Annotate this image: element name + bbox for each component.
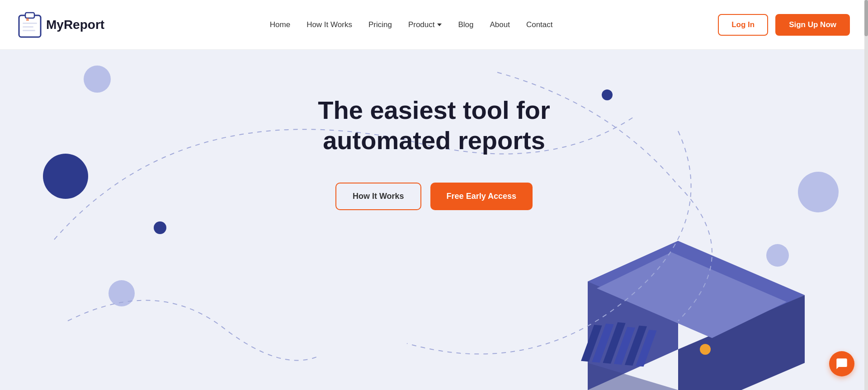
scrollbar-thumb[interactable]: [864, 0, 868, 36]
nav-link-home[interactable]: Home: [270, 20, 290, 29]
nav-item-home[interactable]: Home: [270, 20, 290, 29]
login-button[interactable]: Log In: [718, 14, 768, 36]
nav-item-product[interactable]: Product: [408, 20, 442, 29]
scrollbar-track[interactable]: [864, 0, 868, 390]
logo-link[interactable]: a MyReport: [18, 12, 104, 38]
svg-point-16: [700, 344, 711, 355]
svg-text:a: a: [26, 17, 29, 22]
hero-buttons: How It Works Free Early Access: [335, 183, 533, 210]
deco-circle-small-dark: [154, 221, 166, 234]
chat-bubble-button[interactable]: [829, 351, 854, 376]
hero-title: The easiest tool for automated reports: [264, 95, 604, 155]
hero-illustration: [552, 218, 823, 390]
svg-rect-2: [23, 23, 37, 24]
nav-link-how-it-works[interactable]: How It Works: [307, 20, 352, 29]
nav-link-contact[interactable]: Contact: [526, 20, 553, 29]
nav-item-contact[interactable]: Contact: [526, 20, 553, 29]
nav-item-how-it-works[interactable]: How It Works: [307, 20, 352, 29]
nav-link-blog[interactable]: Blog: [458, 20, 473, 29]
nav-item-pricing[interactable]: Pricing: [368, 20, 392, 29]
nav-links: Home How It Works Pricing Product Blog A…: [270, 20, 553, 29]
nav-link-product[interactable]: Product: [408, 20, 442, 29]
hero-section: The easiest tool for automated reports H…: [0, 50, 868, 390]
svg-rect-4: [23, 30, 35, 31]
svg-rect-3: [23, 26, 33, 28]
nav-link-pricing[interactable]: Pricing: [368, 20, 392, 29]
chat-icon: [835, 357, 848, 370]
deco-circle-large-dark: [43, 154, 88, 199]
nav-item-blog[interactable]: Blog: [458, 20, 473, 29]
signup-button[interactable]: Sign Up Now: [775, 14, 850, 36]
hero-how-it-works-button[interactable]: How It Works: [335, 183, 421, 210]
chevron-down-icon: [437, 23, 442, 26]
nav-link-about[interactable]: About: [490, 20, 510, 29]
nav-actions: Log In Sign Up Now: [718, 14, 850, 36]
logo-text: MyReport: [46, 18, 104, 32]
deco-circle-right-light: [798, 172, 839, 212]
deco-circle-top-left: [84, 66, 111, 93]
logo-icon: a: [18, 12, 42, 38]
nav-item-about[interactable]: About: [490, 20, 510, 29]
hero-free-access-button[interactable]: Free Early Access: [430, 183, 533, 210]
navbar: a MyReport Home How It Works Pricing Pro…: [0, 0, 868, 50]
deco-circle-bottom-left: [108, 280, 135, 306]
